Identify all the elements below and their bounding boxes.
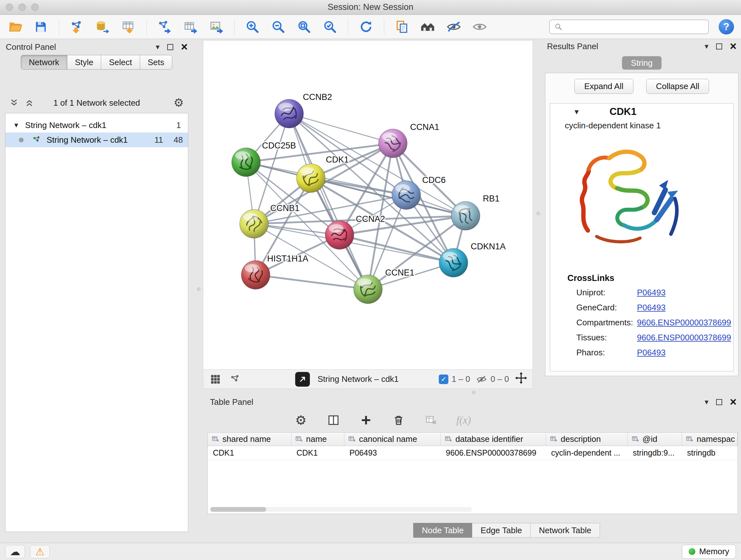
network-node-CCNB1[interactable]: [240, 209, 268, 238]
tab-edge-table[interactable]: Edge Table: [472, 523, 531, 538]
table-cell[interactable]: cyclin-dependent ...: [546, 446, 628, 460]
zoom-selected-button[interactable]: [322, 18, 338, 36]
minimize-window-button[interactable]: [18, 3, 26, 11]
duplicate-document-button[interactable]: [394, 18, 410, 36]
pharos-link[interactable]: P06493: [637, 348, 666, 358]
column-header[interactable]: database identifier: [441, 433, 546, 446]
panel-float-button[interactable]: [716, 44, 722, 50]
warnings-button[interactable]: ⚠: [30, 545, 50, 558]
network-node-CCNE1[interactable]: [354, 275, 382, 304]
function-builder-button[interactable]: f(x): [456, 415, 471, 426]
network-overview-button[interactable]: [228, 372, 242, 386]
memory-button[interactable]: Memory: [682, 545, 736, 559]
pan-mode-button[interactable]: [515, 372, 528, 387]
table-cell[interactable]: CDK1: [291, 446, 344, 460]
uniprot-link[interactable]: P06493: [637, 288, 666, 298]
string-results-tab[interactable]: String: [622, 56, 662, 70]
table-cell[interactable]: stringdb:9...: [628, 446, 682, 460]
table-options-gear-icon[interactable]: ⚙: [293, 413, 308, 428]
close-window-button[interactable]: [6, 3, 13, 11]
expand-all-button[interactable]: Expand All: [575, 79, 633, 94]
table-row[interactable]: CDK1 CDK1 P06493 9606.ENSP00000378699 cy…: [208, 446, 738, 460]
collapse-all-button[interactable]: Collapse All: [646, 79, 710, 94]
zoom-in-button[interactable]: [245, 18, 260, 36]
export-table-button[interactable]: [183, 18, 199, 36]
table-cell[interactable]: stringdb: [682, 446, 738, 460]
delete-table-button[interactable]: [424, 413, 439, 428]
network-edge[interactable]: [256, 275, 368, 289]
search-input[interactable]: [566, 22, 704, 32]
tab-node-table[interactable]: Node Table: [413, 523, 472, 538]
export-image-button[interactable]: [208, 18, 224, 36]
column-header[interactable]: shared name: [208, 433, 291, 446]
bottom-splitter-handle[interactable]: [472, 391, 475, 394]
delete-column-button[interactable]: [391, 413, 406, 428]
panel-close-button[interactable]: ×: [730, 396, 737, 408]
zoom-window-button[interactable]: [31, 3, 39, 11]
gene-name: CDK1: [610, 106, 636, 118]
panel-menu-button[interactable]: ▾: [704, 398, 709, 406]
help-button[interactable]: ?: [719, 19, 734, 35]
horizontal-scrollbar[interactable]: [210, 507, 472, 512]
table-header-row: shared name name canonical name database…: [208, 433, 738, 446]
tab-sets[interactable]: Sets: [140, 55, 172, 70]
tab-style[interactable]: Style: [67, 55, 102, 70]
network-canvas[interactable]: CCNB2CCNA1CDC25BCDK1CDC6RB1CCNB1CCNA2CDK…: [203, 41, 533, 369]
import-table-file-button[interactable]: [121, 18, 137, 36]
column-header[interactable]: name: [291, 433, 344, 446]
save-session-button[interactable]: [33, 18, 49, 36]
refresh-view-button[interactable]: [358, 18, 374, 36]
panel-float-button[interactable]: [167, 44, 173, 50]
left-splitter-handle[interactable]: [197, 287, 200, 291]
tab-network-table[interactable]: Network Table: [530, 523, 600, 538]
column-header[interactable]: namespac: [682, 433, 738, 446]
panel-float-button[interactable]: [716, 399, 722, 405]
network-collection-row[interactable]: ▼ String Network – cdk1 1: [5, 118, 188, 132]
home-views-button[interactable]: [420, 18, 436, 36]
genecard-link[interactable]: P06493: [637, 303, 666, 313]
right-splitter-handle[interactable]: [536, 212, 540, 215]
detach-view-button[interactable]: [295, 372, 310, 387]
show-columns-button[interactable]: [326, 413, 341, 428]
import-network-database-button[interactable]: [95, 18, 111, 36]
selected-checkbox-icon[interactable]: ✓: [439, 374, 448, 384]
show-graphics-details-button[interactable]: [472, 18, 488, 36]
open-session-button[interactable]: [7, 18, 23, 36]
network-node-CDC25B[interactable]: [232, 148, 260, 177]
tissues-link[interactable]: 9606.ENSP00000378699: [637, 333, 731, 343]
compartments-link[interactable]: 9606.ENSP00000378699: [637, 318, 731, 327]
column-header[interactable]: @id: [628, 433, 682, 446]
import-network-file-button[interactable]: [69, 18, 85, 36]
network-node-RB1[interactable]: [451, 201, 480, 230]
network-node-CCNB2[interactable]: [275, 99, 304, 128]
hide-selection-button[interactable]: [446, 18, 462, 36]
cloud-status-button[interactable]: ☁: [5, 545, 25, 558]
network-node-CCNA2[interactable]: [325, 221, 354, 249]
panel-close-button[interactable]: ×: [181, 41, 188, 53]
zoom-fit-button[interactable]: [296, 18, 312, 36]
table-cell[interactable]: 9606.ENSP00000378699: [441, 446, 546, 460]
table-cell[interactable]: CDK1: [208, 446, 291, 460]
expander-triangle-icon[interactable]: ▼: [13, 122, 19, 129]
panel-menu-button[interactable]: ▾: [704, 43, 709, 50]
column-header[interactable]: canonical name: [344, 433, 441, 446]
zoom-out-button[interactable]: [270, 18, 286, 36]
tab-network[interactable]: Network: [21, 55, 67, 70]
tab-select[interactable]: Select: [101, 55, 140, 70]
network-node-CCNA1[interactable]: [379, 129, 407, 158]
entry-expander-icon[interactable]: ▼: [573, 108, 580, 116]
table-cell[interactable]: P06493: [344, 446, 441, 460]
export-network-button[interactable]: [157, 18, 173, 36]
birds-eye-view-button[interactable]: [208, 372, 222, 386]
network-node-CDKN1A[interactable]: [439, 248, 468, 277]
network-node-CDC6[interactable]: [392, 181, 421, 209]
network-node-CDK1[interactable]: [296, 164, 325, 192]
panel-menu-button[interactable]: ▾: [156, 43, 159, 51]
network-options-gear-icon[interactable]: ⚙: [174, 96, 184, 110]
network-node-HIST1H1A[interactable]: [241, 260, 270, 289]
column-header[interactable]: description: [546, 433, 628, 446]
network-row[interactable]: String Network – cdk1 11 48: [5, 132, 188, 147]
scrollbar-thumb[interactable]: [210, 507, 266, 512]
panel-close-button[interactable]: ×: [730, 41, 737, 52]
create-column-button[interactable]: [359, 413, 374, 428]
